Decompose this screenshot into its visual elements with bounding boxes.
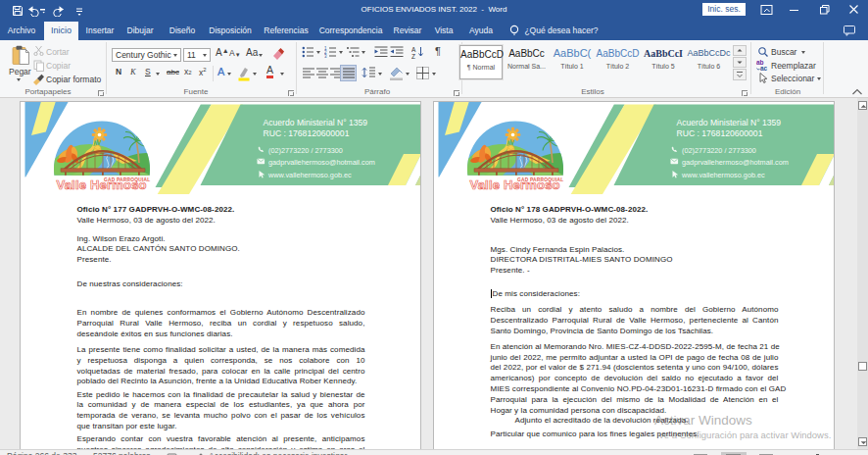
svg-text:3: 3 bbox=[324, 54, 327, 58]
svg-text:ac: ac bbox=[760, 65, 768, 72]
svg-text:Z: Z bbox=[411, 53, 415, 60]
svg-text:A: A bbox=[411, 46, 416, 53]
